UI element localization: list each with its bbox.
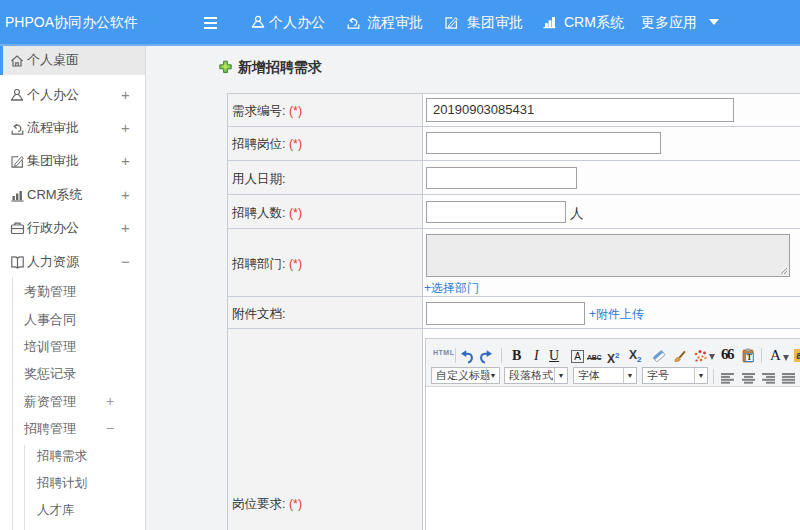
svg-text:T: T <box>747 353 752 362</box>
